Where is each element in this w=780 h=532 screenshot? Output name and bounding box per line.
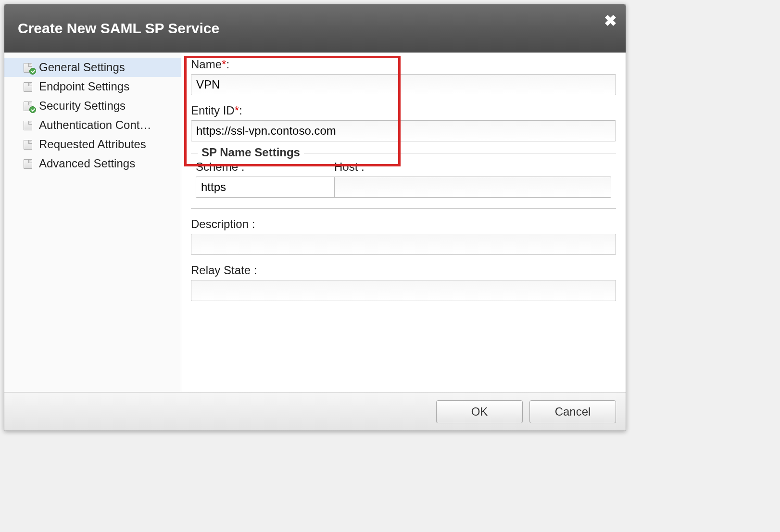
host-column: Host :: [334, 160, 611, 198]
required-marker: *: [235, 104, 239, 117]
sidebar-item-general-settings[interactable]: General Settings: [4, 58, 181, 77]
document-icon: [24, 101, 34, 111]
relay-state-input[interactable]: [191, 280, 616, 301]
dialog-header: Create New SAML SP Service ✖: [4, 4, 626, 52]
sidebar-item-label: General Settings: [39, 61, 125, 74]
dialog-footer: OK Cancel: [4, 392, 626, 431]
document-icon: [24, 139, 34, 150]
document-icon: [24, 158, 34, 169]
entity-id-input[interactable]: [191, 120, 616, 141]
document-icon: [24, 62, 34, 73]
sidebar-item-endpoint-settings[interactable]: Endpoint Settings: [4, 77, 181, 96]
dialog-title: Create New SAML SP Service: [18, 20, 219, 37]
scheme-select[interactable]: [196, 177, 326, 198]
entity-id-label: Entity ID*:: [191, 104, 616, 117]
description-input[interactable]: [191, 234, 616, 255]
close-icon[interactable]: ✖: [604, 13, 617, 28]
description-label: Description :: [191, 217, 616, 231]
host-label: Host :: [334, 160, 611, 174]
cancel-button[interactable]: Cancel: [529, 400, 616, 423]
form-content: Name*: Entity ID*: SP Name Settings Sche…: [181, 53, 626, 392]
host-input[interactable]: [334, 177, 611, 198]
name-label: Name*:: [191, 58, 616, 71]
description-row: Description :: [191, 217, 616, 255]
scheme-column: Scheme :: [196, 160, 326, 198]
sp-name-settings-legend: SP Name Settings: [198, 146, 304, 159]
settings-sidebar: General Settings Endpoint Settings Secur…: [4, 53, 181, 392]
sidebar-item-label: Requested Attributes: [39, 138, 146, 151]
relay-state-row: Relay State :: [191, 264, 616, 301]
sidebar-item-requested-attributes[interactable]: Requested Attributes: [4, 135, 181, 154]
ok-button[interactable]: OK: [436, 400, 523, 423]
sp-name-settings-group: SP Name Settings Scheme : Host :: [191, 153, 616, 209]
required-marker: *: [222, 58, 226, 71]
sidebar-item-auth-context[interactable]: Authentication Cont…: [4, 115, 181, 135]
dialog-body: General Settings Endpoint Settings Secur…: [4, 52, 626, 392]
document-icon: [24, 81, 34, 92]
scheme-value[interactable]: [196, 177, 350, 198]
check-badge-icon: [29, 68, 36, 75]
entity-id-row: Entity ID*:: [191, 104, 616, 141]
sidebar-item-label: Advanced Settings: [39, 157, 135, 170]
sidebar-item-advanced-settings[interactable]: Advanced Settings: [4, 154, 181, 173]
check-badge-icon: [29, 106, 36, 113]
create-saml-sp-dialog: Create New SAML SP Service ✖ General Set…: [4, 4, 626, 431]
name-input[interactable]: [191, 74, 616, 95]
scheme-label: Scheme :: [196, 160, 326, 174]
sidebar-item-label: Security Settings: [39, 99, 126, 113]
sidebar-item-label: Authentication Cont…: [39, 118, 151, 132]
name-row: Name*:: [191, 58, 616, 95]
relay-state-label: Relay State :: [191, 264, 616, 277]
sidebar-item-label: Endpoint Settings: [39, 80, 129, 93]
document-icon: [24, 120, 34, 130]
sidebar-item-security-settings[interactable]: Security Settings: [4, 96, 181, 115]
